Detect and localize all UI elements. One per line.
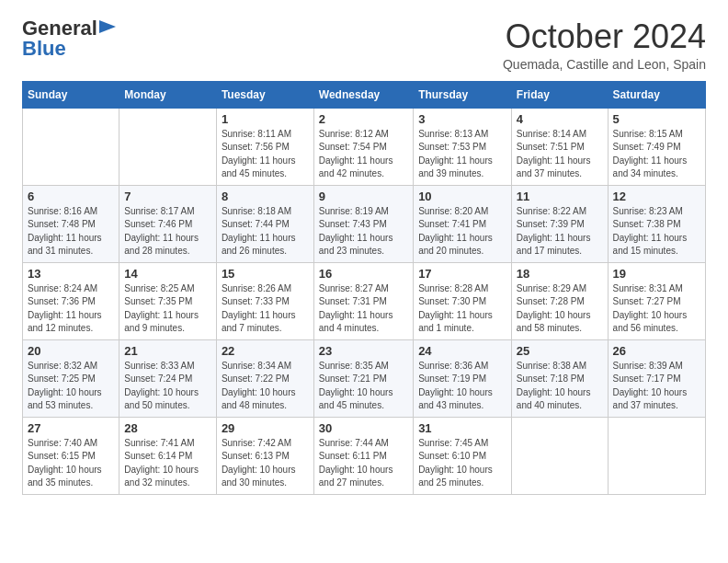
- svg-marker-0: [99, 20, 116, 33]
- day-number: 22: [222, 344, 309, 358]
- calendar-cell: 9Sunrise: 8:19 AM Sunset: 7:43 PM Daylig…: [313, 185, 413, 262]
- day-detail: Sunrise: 8:34 AM Sunset: 7:22 PM Dayligh…: [222, 360, 309, 413]
- calendar-cell: 25Sunrise: 8:38 AM Sunset: 7:18 PM Dayli…: [511, 339, 608, 417]
- day-of-week-header: Tuesday: [216, 81, 313, 108]
- calendar-cell: 18Sunrise: 8:29 AM Sunset: 7:28 PM Dayli…: [511, 262, 608, 339]
- calendar-cell: 5Sunrise: 8:15 AM Sunset: 7:49 PM Daylig…: [608, 108, 705, 185]
- calendar-cell: 21Sunrise: 8:33 AM Sunset: 7:24 PM Dayli…: [119, 339, 217, 417]
- day-detail: Sunrise: 8:29 AM Sunset: 7:28 PM Dayligh…: [517, 282, 603, 336]
- day-number: 4: [517, 112, 603, 126]
- calendar-cell: 6Sunrise: 8:16 AM Sunset: 7:48 PM Daylig…: [23, 185, 119, 262]
- day-number: 26: [613, 344, 700, 358]
- day-number: 23: [319, 344, 408, 358]
- day-number: 19: [613, 267, 700, 281]
- day-detail: Sunrise: 8:39 AM Sunset: 7:17 PM Dayligh…: [613, 360, 700, 413]
- day-number: 13: [28, 267, 114, 281]
- month-title: October 2024: [503, 18, 706, 55]
- day-detail: Sunrise: 8:26 AM Sunset: 7:33 PM Dayligh…: [222, 282, 309, 336]
- day-of-week-header: Saturday: [608, 81, 705, 108]
- day-detail: Sunrise: 8:32 AM Sunset: 7:25 PM Dayligh…: [28, 360, 114, 413]
- calendar-cell: 13Sunrise: 8:24 AM Sunset: 7:36 PM Dayli…: [23, 262, 119, 339]
- calendar-cell: 19Sunrise: 8:31 AM Sunset: 7:27 PM Dayli…: [608, 262, 705, 339]
- day-detail: Sunrise: 8:31 AM Sunset: 7:27 PM Dayligh…: [613, 282, 700, 336]
- calendar-cell: 20Sunrise: 8:32 AM Sunset: 7:25 PM Dayli…: [23, 339, 119, 417]
- day-number: 12: [613, 190, 700, 203]
- calendar-cell: 16Sunrise: 8:27 AM Sunset: 7:31 PM Dayli…: [313, 262, 413, 339]
- day-detail: Sunrise: 8:25 AM Sunset: 7:35 PM Dayligh…: [124, 282, 211, 336]
- calendar-cell: 28Sunrise: 7:41 AM Sunset: 6:14 PM Dayli…: [119, 417, 217, 494]
- day-detail: Sunrise: 8:16 AM Sunset: 7:48 PM Dayligh…: [28, 205, 114, 259]
- day-detail: Sunrise: 8:38 AM Sunset: 7:18 PM Dayligh…: [517, 360, 603, 413]
- calendar-cell: 7Sunrise: 8:17 AM Sunset: 7:46 PM Daylig…: [119, 185, 217, 262]
- calendar-cell: 22Sunrise: 8:34 AM Sunset: 7:22 PM Dayli…: [216, 339, 313, 417]
- calendar-cell: [511, 417, 608, 494]
- calendar-cell: 23Sunrise: 8:35 AM Sunset: 7:21 PM Dayli…: [313, 339, 413, 417]
- calendar-cell: 30Sunrise: 7:44 AM Sunset: 6:11 PM Dayli…: [313, 417, 413, 494]
- day-detail: Sunrise: 8:27 AM Sunset: 7:31 PM Dayligh…: [319, 282, 408, 336]
- day-of-week-header: Monday: [119, 81, 217, 108]
- day-number: 8: [222, 190, 309, 203]
- day-detail: Sunrise: 8:28 AM Sunset: 7:30 PM Dayligh…: [418, 282, 506, 336]
- calendar-cell: 10Sunrise: 8:20 AM Sunset: 7:41 PM Dayli…: [414, 185, 512, 262]
- calendar-cell: 8Sunrise: 8:18 AM Sunset: 7:44 PM Daylig…: [216, 185, 313, 262]
- day-number: 27: [28, 421, 114, 435]
- calendar-cell: 11Sunrise: 8:22 AM Sunset: 7:39 PM Dayli…: [511, 185, 608, 262]
- day-detail: Sunrise: 8:24 AM Sunset: 7:36 PM Dayligh…: [28, 282, 114, 336]
- calendar-week-row: 20Sunrise: 8:32 AM Sunset: 7:25 PM Dayli…: [23, 339, 706, 417]
- day-detail: Sunrise: 7:40 AM Sunset: 6:15 PM Dayligh…: [28, 437, 114, 490]
- day-detail: Sunrise: 8:18 AM Sunset: 7:44 PM Dayligh…: [222, 205, 309, 259]
- day-number: 21: [124, 344, 211, 358]
- day-detail: Sunrise: 8:22 AM Sunset: 7:39 PM Dayligh…: [517, 205, 603, 259]
- title-area: October 2024 Quemada, Castille and Leon,…: [503, 18, 706, 72]
- day-number: 28: [124, 421, 211, 435]
- day-detail: Sunrise: 8:36 AM Sunset: 7:19 PM Dayligh…: [418, 360, 506, 413]
- day-detail: Sunrise: 8:33 AM Sunset: 7:24 PM Dayligh…: [124, 360, 211, 413]
- day-detail: Sunrise: 8:17 AM Sunset: 7:46 PM Dayligh…: [124, 205, 211, 259]
- calendar-week-row: 13Sunrise: 8:24 AM Sunset: 7:36 PM Dayli…: [23, 262, 706, 339]
- day-detail: Sunrise: 8:15 AM Sunset: 7:49 PM Dayligh…: [613, 128, 700, 181]
- day-detail: Sunrise: 7:41 AM Sunset: 6:14 PM Dayligh…: [124, 437, 211, 490]
- day-number: 29: [222, 421, 309, 435]
- calendar-cell: 4Sunrise: 8:14 AM Sunset: 7:51 PM Daylig…: [511, 108, 608, 185]
- day-detail: Sunrise: 8:14 AM Sunset: 7:51 PM Dayligh…: [517, 128, 603, 181]
- day-number: 1: [222, 112, 309, 126]
- day-detail: Sunrise: 8:13 AM Sunset: 7:53 PM Dayligh…: [418, 128, 506, 181]
- day-detail: Sunrise: 7:44 AM Sunset: 6:11 PM Dayligh…: [319, 437, 408, 490]
- day-number: 17: [418, 267, 506, 281]
- calendar-table: SundayMondayTuesdayWednesdayThursdayFrid…: [22, 81, 706, 495]
- calendar-cell: 27Sunrise: 7:40 AM Sunset: 6:15 PM Dayli…: [23, 417, 119, 494]
- day-of-week-header: Sunday: [23, 81, 119, 108]
- logo-general-text: General: [22, 18, 97, 39]
- day-number: 3: [418, 112, 506, 126]
- day-of-week-header: Wednesday: [313, 81, 413, 108]
- day-number: 9: [319, 190, 408, 203]
- day-detail: Sunrise: 8:35 AM Sunset: 7:21 PM Dayligh…: [319, 360, 408, 413]
- day-detail: Sunrise: 8:19 AM Sunset: 7:43 PM Dayligh…: [319, 205, 408, 259]
- calendar-cell: [608, 417, 705, 494]
- days-header-row: SundayMondayTuesdayWednesdayThursdayFrid…: [23, 81, 706, 108]
- calendar-cell: 2Sunrise: 8:12 AM Sunset: 7:54 PM Daylig…: [313, 108, 413, 185]
- day-detail: Sunrise: 7:42 AM Sunset: 6:13 PM Dayligh…: [222, 437, 309, 490]
- calendar-cell: 14Sunrise: 8:25 AM Sunset: 7:35 PM Dayli…: [119, 262, 217, 339]
- calendar-cell: [23, 108, 119, 185]
- calendar-week-row: 27Sunrise: 7:40 AM Sunset: 6:15 PM Dayli…: [23, 417, 706, 494]
- logo-flag-icon: [99, 20, 116, 33]
- day-detail: Sunrise: 8:20 AM Sunset: 7:41 PM Dayligh…: [418, 205, 506, 259]
- day-number: 6: [28, 190, 114, 203]
- calendar-cell: 26Sunrise: 8:39 AM Sunset: 7:17 PM Dayli…: [608, 339, 705, 417]
- calendar-cell: 1Sunrise: 8:11 AM Sunset: 7:56 PM Daylig…: [216, 108, 313, 185]
- day-of-week-header: Friday: [511, 81, 608, 108]
- calendar-cell: 15Sunrise: 8:26 AM Sunset: 7:33 PM Dayli…: [216, 262, 313, 339]
- calendar-week-row: 1Sunrise: 8:11 AM Sunset: 7:56 PM Daylig…: [23, 108, 706, 185]
- day-number: 31: [418, 421, 506, 435]
- calendar-week-row: 6Sunrise: 8:16 AM Sunset: 7:48 PM Daylig…: [23, 185, 706, 262]
- logo: General Blue: [22, 18, 116, 59]
- day-detail: Sunrise: 8:23 AM Sunset: 7:38 PM Dayligh…: [613, 205, 700, 259]
- calendar-cell: [119, 108, 217, 185]
- day-number: 15: [222, 267, 309, 281]
- calendar-cell: 31Sunrise: 7:45 AM Sunset: 6:10 PM Dayli…: [414, 417, 512, 494]
- day-of-week-header: Thursday: [414, 81, 512, 108]
- day-number: 10: [418, 190, 506, 203]
- day-detail: Sunrise: 7:45 AM Sunset: 6:10 PM Dayligh…: [418, 437, 506, 490]
- day-detail: Sunrise: 8:12 AM Sunset: 7:54 PM Dayligh…: [319, 128, 408, 181]
